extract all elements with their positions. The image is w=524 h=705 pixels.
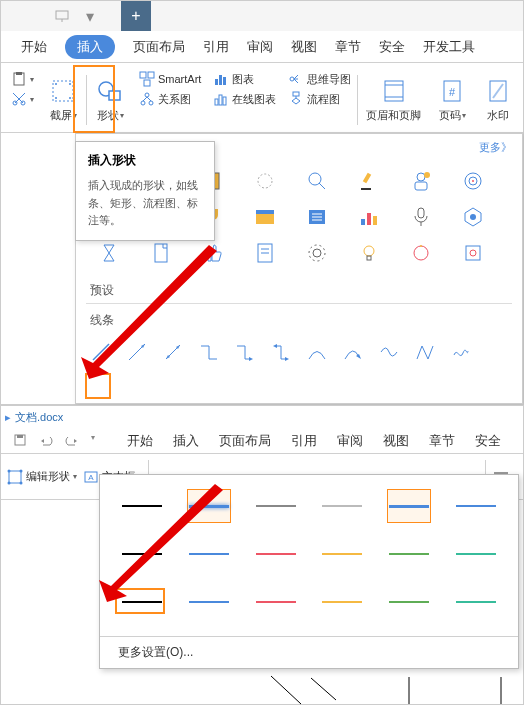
- save-icon[interactable]: [13, 433, 29, 449]
- doc-icon[interactable]: [250, 238, 280, 268]
- svg-point-9: [55, 83, 57, 85]
- style-swatch[interactable]: [387, 585, 432, 619]
- barchart-icon[interactable]: [354, 202, 384, 232]
- tab2-view[interactable]: 视图: [383, 432, 409, 450]
- search-shape-icon[interactable]: [302, 166, 332, 196]
- svg-point-84: [470, 250, 476, 256]
- style-swatch[interactable]: [387, 537, 432, 571]
- svg-point-102: [20, 469, 23, 472]
- target-icon[interactable]: [458, 166, 488, 196]
- qa-dropdown[interactable]: ▾: [91, 433, 107, 449]
- chart-label: 图表: [232, 72, 254, 87]
- tab2-sections[interactable]: 章节: [429, 432, 455, 450]
- style-swatch-selected[interactable]: [187, 489, 232, 523]
- window-icon[interactable]: [250, 202, 280, 232]
- tab-insert[interactable]: 插入: [65, 35, 115, 59]
- style-swatch[interactable]: [120, 537, 165, 571]
- tab-security[interactable]: 安全: [379, 38, 405, 56]
- tab2-review[interactable]: 审阅: [337, 432, 363, 450]
- more-settings[interactable]: 更多设置(O)...: [100, 636, 518, 668]
- curve2-shape[interactable]: [378, 341, 400, 363]
- file-icon[interactable]: [146, 238, 176, 268]
- redo-icon[interactable]: [65, 433, 81, 449]
- tab2-references[interactable]: 引用: [291, 432, 317, 450]
- elbow-double-shape[interactable]: [270, 341, 292, 363]
- style-swatch[interactable]: [387, 489, 432, 523]
- mindmap-button[interactable]: 思维导图: [288, 71, 351, 87]
- tab-layout[interactable]: 页面布局: [133, 38, 185, 56]
- list-icon[interactable]: [302, 202, 332, 232]
- online-chart-button[interactable]: 在线图表: [213, 91, 276, 107]
- tab2-start[interactable]: 开始: [127, 432, 153, 450]
- shapes-button[interactable]: 形状▾: [87, 67, 133, 131]
- person-icon[interactable]: [406, 166, 436, 196]
- curve-arrow-shape[interactable]: [342, 341, 364, 363]
- hourglass-icon[interactable]: [94, 238, 124, 268]
- line-arrow-shape[interactable]: [126, 341, 148, 363]
- more-link[interactable]: 更多》: [479, 140, 512, 155]
- tool-paste[interactable]: ▾: [11, 71, 34, 87]
- freeform-shape[interactable]: [414, 341, 436, 363]
- style-swatch[interactable]: [253, 585, 298, 619]
- style-swatch-target[interactable]: [120, 585, 165, 619]
- presentation-mode-icon[interactable]: [55, 9, 69, 23]
- edit-shape-button[interactable]: 编辑形状▾: [7, 469, 77, 485]
- style-swatch[interactable]: [253, 489, 298, 523]
- style-swatch[interactable]: [453, 585, 498, 619]
- style-swatch[interactable]: [120, 489, 165, 523]
- style-swatch[interactable]: [453, 537, 498, 571]
- style-swatch[interactable]: [320, 489, 365, 523]
- tool-cut[interactable]: ▾: [11, 91, 34, 107]
- dropdown-icon[interactable]: ▾: [83, 9, 97, 23]
- tab-references[interactable]: 引用: [203, 38, 229, 56]
- svg-rect-15: [140, 72, 146, 78]
- line-style-gallery: 更多设置(O)...: [99, 474, 519, 669]
- elbow-arrow-shape[interactable]: [234, 341, 256, 363]
- style-swatch[interactable]: [320, 585, 365, 619]
- screenshot-button[interactable]: 截屏▾: [40, 67, 86, 131]
- scribble-shape[interactable]: [450, 341, 472, 363]
- undo-icon[interactable]: [39, 433, 55, 449]
- hex-icon[interactable]: [458, 202, 488, 232]
- quick-access: ▾ 开始 插入 页面布局 引用 审阅 视图 章节 安全: [1, 428, 523, 454]
- alarm-icon[interactable]: [406, 238, 436, 268]
- tab-developer[interactable]: 开发工具: [423, 38, 475, 56]
- style-swatch[interactable]: [320, 537, 365, 571]
- tab-sections[interactable]: 章节: [335, 38, 361, 56]
- header-footer-button[interactable]: 页眉和页脚: [358, 67, 429, 131]
- style-swatch[interactable]: [253, 537, 298, 571]
- cog-icon[interactable]: [302, 238, 332, 268]
- relation-button[interactable]: 关系图: [139, 91, 201, 107]
- flowchart-button[interactable]: 流程图: [288, 91, 351, 107]
- tab2-security[interactable]: 安全: [475, 432, 501, 450]
- style-swatch[interactable]: [187, 585, 232, 619]
- chart-button[interactable]: 图表: [213, 71, 276, 87]
- svg-line-85: [93, 344, 109, 360]
- new-tab-button[interactable]: +: [121, 1, 151, 31]
- curve-shape[interactable]: [306, 341, 328, 363]
- svg-rect-28: [223, 97, 226, 105]
- smartart-label: SmartArt: [158, 73, 201, 85]
- tab-review[interactable]: 审阅: [247, 38, 273, 56]
- svg-point-44: [258, 174, 272, 188]
- mic-icon[interactable]: [406, 202, 436, 232]
- svg-point-101: [8, 469, 11, 472]
- style-swatch[interactable]: [453, 489, 498, 523]
- thumbsup-icon[interactable]: [198, 238, 228, 268]
- tab-start[interactable]: 开始: [21, 38, 47, 56]
- line-shape[interactable]: [90, 341, 112, 363]
- radar-icon[interactable]: [458, 238, 488, 268]
- tooltip: 插入形状 插入现成的形状，如线条、矩形、流程图、标注等。: [75, 141, 215, 241]
- bulb-icon[interactable]: [354, 238, 384, 268]
- gavel-icon[interactable]: [354, 166, 384, 196]
- tab-view[interactable]: 视图: [291, 38, 317, 56]
- tab2-insert[interactable]: 插入: [173, 432, 199, 450]
- tab2-layout[interactable]: 页面布局: [219, 432, 271, 450]
- line-double-arrow-shape[interactable]: [162, 341, 184, 363]
- loading-icon[interactable]: [250, 166, 280, 196]
- smartart-button[interactable]: SmartArt: [139, 71, 201, 87]
- elbow-shape[interactable]: [198, 341, 220, 363]
- page-number-button[interactable]: # 页码▾: [429, 67, 475, 131]
- style-swatch[interactable]: [187, 537, 232, 571]
- watermark-button[interactable]: 水印: [475, 67, 521, 131]
